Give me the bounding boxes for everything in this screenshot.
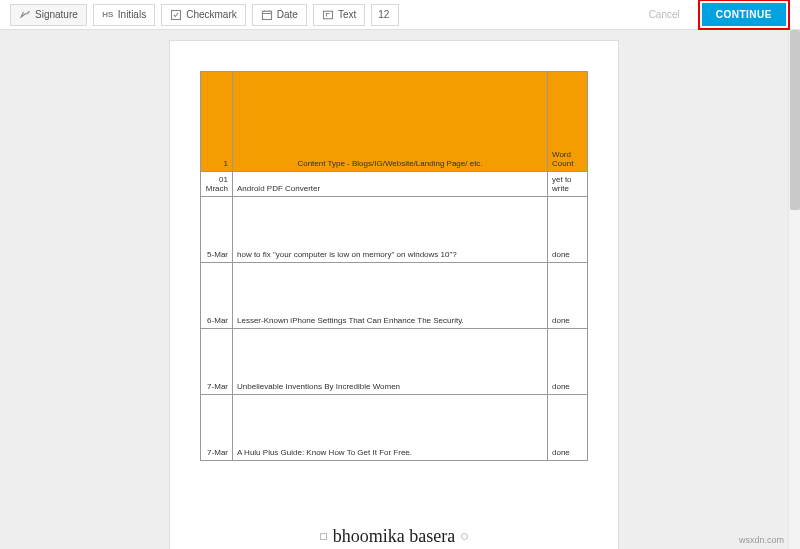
table-row: 5-Mar how to fix "your computer is low o… <box>201 197 588 263</box>
signature-text: bhoomika basera <box>333 526 455 547</box>
text-icon <box>322 9 334 21</box>
text-tool-button[interactable]: Text <box>313 4 365 26</box>
table-body: 01 Mrach Android PDF Converter yet to wr… <box>201 172 588 461</box>
cell-status: done <box>548 263 588 329</box>
font-size-value: 12 <box>378 9 389 20</box>
signature-tool-button[interactable]: Signature <box>10 4 87 26</box>
svg-rect-1 <box>262 11 271 19</box>
toolbar: Signature HS Initials Checkmark Date Tex… <box>0 0 800 30</box>
signature-icon <box>19 9 31 21</box>
table-row: 7-Mar Unbelievable Inventions By Incredi… <box>201 329 588 395</box>
cell-status: done <box>548 329 588 395</box>
initials-tool-label: Initials <box>118 9 146 20</box>
header-col-3: Word Count <box>548 72 588 172</box>
cell-date: 01 Mrach <box>201 172 233 197</box>
watermark-text: wsxdn.com <box>739 535 784 545</box>
resize-handle-icon[interactable] <box>320 533 327 540</box>
cell-date: 7-Mar <box>201 329 233 395</box>
cell-content: Unbelievable Inventions By Incredible Wo… <box>233 329 548 395</box>
table-header-row: 1 Content Type - Blogs/IG/Website/Landin… <box>201 72 588 172</box>
initials-tool-button[interactable]: HS Initials <box>93 4 155 26</box>
signature-field[interactable]: bhoomika basera <box>170 526 618 547</box>
table-row: 6-Mar Lesser-Known iPhone Settings That … <box>201 263 588 329</box>
date-tool-label: Date <box>277 9 298 20</box>
checkmark-icon <box>170 9 182 21</box>
document-page[interactable]: 1 Content Type - Blogs/IG/Website/Landin… <box>169 40 619 549</box>
date-tool-button[interactable]: Date <box>252 4 307 26</box>
cell-content: A Hulu Plus Guide: Know How To Get It Fo… <box>233 395 548 461</box>
cell-content: Android PDF Converter <box>233 172 548 197</box>
header-col-1: 1 <box>201 72 233 172</box>
checkmark-tool-button[interactable]: Checkmark <box>161 4 246 26</box>
cell-content: how to fix "your computer is low on memo… <box>233 197 548 263</box>
cell-date: 7-Mar <box>201 395 233 461</box>
cell-date: 6-Mar <box>201 263 233 329</box>
content-table: 1 Content Type - Blogs/IG/Website/Landin… <box>200 71 588 461</box>
header-col-2: Content Type - Blogs/IG/Website/Landing … <box>233 72 548 172</box>
vertical-scrollbar-track[interactable] <box>788 30 800 549</box>
document-canvas: 1 Content Type - Blogs/IG/Website/Landin… <box>0 30 788 549</box>
cell-status: done <box>548 395 588 461</box>
signature-tool-label: Signature <box>35 9 78 20</box>
cell-status: yet to write <box>548 172 588 197</box>
font-size-selector[interactable]: 12 <box>371 4 399 26</box>
cell-content: Lesser-Known iPhone Settings That Can En… <box>233 263 548 329</box>
svg-rect-2 <box>323 11 332 19</box>
checkmark-tool-label: Checkmark <box>186 9 237 20</box>
cancel-button[interactable]: Cancel <box>637 9 692 20</box>
vertical-scrollbar-thumb[interactable] <box>790 30 800 210</box>
continue-highlight: CONTINUE <box>698 0 790 30</box>
table-row: 7-Mar A Hulu Plus Guide: Know How To Get… <box>201 395 588 461</box>
text-tool-label: Text <box>338 9 356 20</box>
table-row: 01 Mrach Android PDF Converter yet to wr… <box>201 172 588 197</box>
initials-icon: HS <box>102 9 114 21</box>
cell-status: done <box>548 197 588 263</box>
date-icon <box>261 9 273 21</box>
rotate-handle-icon[interactable] <box>461 533 468 540</box>
continue-button[interactable]: CONTINUE <box>702 3 786 26</box>
cell-date: 5-Mar <box>201 197 233 263</box>
